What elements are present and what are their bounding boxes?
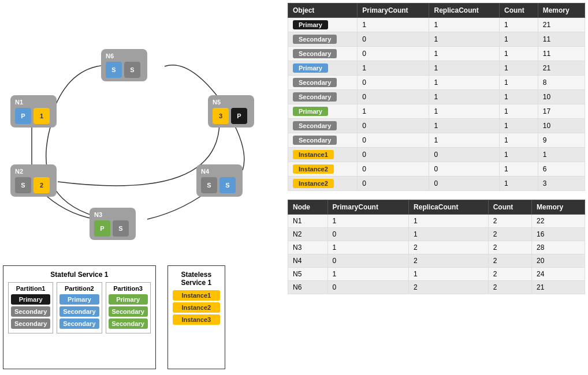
replica-count-cell: 0 — [429, 162, 500, 177]
count-cell: 1 — [500, 119, 538, 133]
node-memory: 24 — [532, 268, 585, 281]
object-table: Object PrimaryCount ReplicaCount Count M… — [288, 3, 585, 191]
memory-cell: 21 — [538, 61, 585, 76]
primary-count-cell: 0 — [358, 32, 429, 47]
object-cell: Secondary — [288, 90, 358, 104]
memory-cell: 6 — [538, 162, 585, 177]
table-row: Instance2 0 0 1 6 — [288, 162, 585, 177]
token-s-n6b: S — [124, 62, 140, 78]
p2-primary: Primary — [59, 294, 99, 305]
p1-primary: Primary — [11, 294, 50, 305]
object-badge: Secondary — [293, 92, 337, 102]
object-cell: Primary — [288, 61, 358, 76]
object-cell: Primary — [288, 18, 358, 32]
replica-count-cell: 0 — [429, 177, 500, 191]
count-cell: 1 — [500, 162, 538, 177]
table-row: Secondary 0 1 1 11 — [288, 32, 585, 47]
replica-count-cell: 1 — [429, 32, 500, 47]
primary-count-cell: 0 — [358, 119, 429, 133]
node-replica-count: 1 — [409, 228, 489, 241]
node-replica-count: 1 — [409, 268, 489, 281]
node-count: 2 — [488, 254, 531, 268]
stateless-legend: StatelessService 1 Instance1 Instance2 I… — [168, 265, 225, 369]
table-row: N6 0 2 2 21 — [288, 281, 585, 294]
memory-cell: 3 — [538, 177, 585, 191]
replica-count-cell: 1 — [429, 90, 500, 104]
object-badge: Secondary — [293, 136, 337, 145]
table-row: Instance2 0 0 1 3 — [288, 177, 585, 191]
memory-cell: 10 — [538, 90, 585, 104]
stateful-legend: Stateful Service 1 Partition1 Primary Se… — [3, 265, 156, 369]
node-n6: N6 S S — [101, 49, 147, 81]
table-row: N5 1 1 2 24 — [288, 268, 585, 281]
node-cell: N1 — [288, 215, 328, 228]
table-row: Instance1 0 0 1 1 — [288, 148, 585, 162]
col-node-primarycount: PrimaryCount — [328, 200, 409, 215]
replica-count-cell: 1 — [429, 61, 500, 76]
node-cell: N3 — [288, 241, 328, 254]
table-row: Primary 1 1 1 21 — [288, 61, 585, 76]
replica-count-cell: 1 — [429, 119, 500, 133]
memory-cell: 17 — [538, 104, 585, 119]
p2-secondary2: Secondary — [59, 318, 99, 329]
p3-secondary2: Secondary — [109, 318, 148, 329]
count-cell: 1 — [500, 104, 538, 119]
memory-cell: 10 — [538, 119, 585, 133]
count-cell: 1 — [500, 177, 538, 191]
object-badge: Primary — [293, 63, 328, 73]
memory-cell: 9 — [538, 133, 585, 148]
count-cell: 1 — [500, 90, 538, 104]
count-cell: 1 — [500, 76, 538, 90]
table-row: Secondary 0 1 1 11 — [288, 47, 585, 61]
node-primary-count: 0 — [328, 228, 409, 241]
node-count: 2 — [488, 215, 531, 228]
count-cell: 1 — [500, 18, 538, 32]
node-n2: N2 S 2 — [10, 164, 57, 197]
object-badge: Instance2 — [293, 179, 334, 188]
col-node-replicacount: ReplicaCount — [409, 200, 489, 215]
replica-count-cell: 1 — [429, 47, 500, 61]
primary-count-cell: 0 — [358, 148, 429, 162]
token-s-n4a: S — [201, 177, 217, 193]
node-cell: N4 — [288, 254, 328, 268]
node-memory: 21 — [532, 281, 585, 294]
count-cell: 1 — [500, 32, 538, 47]
node-memory: 20 — [532, 254, 585, 268]
node-count: 2 — [488, 281, 531, 294]
primary-count-cell: 0 — [358, 90, 429, 104]
primary-count-cell: 0 — [358, 177, 429, 191]
node-primary-count: 1 — [328, 268, 409, 281]
object-badge: Primary — [293, 20, 328, 29]
primary-count-cell: 1 — [358, 104, 429, 119]
token-3: 3 — [213, 108, 229, 124]
node-replica-count: 2 — [409, 281, 489, 294]
node-n3: N3 P S — [90, 208, 136, 240]
primary-count-cell: 0 — [358, 76, 429, 90]
count-cell: 1 — [500, 47, 538, 61]
object-cell: Primary — [288, 104, 358, 119]
table-row: N3 1 2 2 28 — [288, 241, 585, 254]
p3-secondary1: Secondary — [109, 306, 148, 317]
count-cell: 1 — [500, 148, 538, 162]
node-count: 2 — [488, 268, 531, 281]
replica-count-cell: 1 — [429, 133, 500, 148]
tables-area: Object PrimaryCount ReplicaCount Count M… — [288, 3, 585, 303]
token-s-n2: S — [15, 177, 31, 193]
legend-area: Stateful Service 1 Partition1 Primary Se… — [0, 262, 283, 372]
replica-count-cell: 1 — [429, 104, 500, 119]
node-primary-count: 0 — [328, 281, 409, 294]
network-diagram — [0, 0, 283, 260]
token-p3: P — [94, 220, 110, 237]
stateful-title: Stateful Service 1 — [8, 271, 151, 279]
stateless-instance1: Instance1 — [173, 290, 220, 301]
count-cell: 1 — [500, 133, 538, 148]
node-n4: N4 S S — [196, 164, 243, 197]
stateless-instance3: Instance3 — [173, 314, 220, 325]
primary-count-cell: 1 — [358, 18, 429, 32]
token-p5: P — [231, 108, 247, 124]
primary-count-cell: 1 — [358, 61, 429, 76]
partition2-col: Partition2 Primary Secondary Secondary — [57, 282, 102, 333]
object-cell: Secondary — [288, 76, 358, 90]
object-badge: Secondary — [293, 78, 337, 87]
replica-count-cell: 0 — [429, 148, 500, 162]
